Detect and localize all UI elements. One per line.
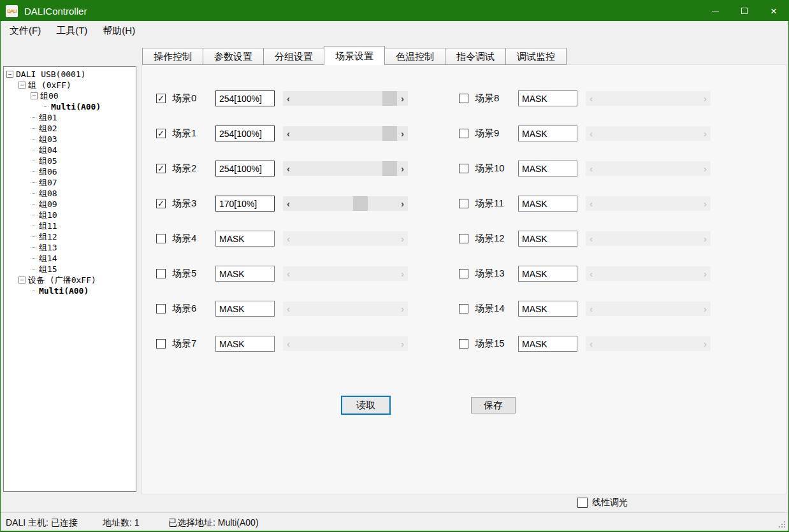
scene-value-input[interactable]	[518, 336, 577, 352]
resize-grip-icon[interactable]	[778, 520, 786, 529]
tab-command-debug[interactable]: 指令调试	[445, 48, 506, 65]
scroll-left-icon[interactable]: ‹	[283, 161, 294, 176]
scene-checkbox[interactable]	[459, 234, 468, 243]
tree-node[interactable]: 组07	[4, 177, 136, 188]
tree-node[interactable]: Multi(A00)	[4, 285, 136, 296]
scene-row: 场景6‹›	[156, 301, 409, 317]
scene-value-input[interactable]	[215, 90, 275, 106]
tree-node[interactable]: 组14	[4, 253, 136, 264]
tree-node[interactable]: 设备 (广播0xFF)	[4, 275, 136, 285]
tree-node[interactable]: 组02	[4, 123, 136, 134]
scene-checkbox[interactable]	[156, 269, 166, 278]
scene-checkbox[interactable]	[459, 164, 468, 173]
tree-node[interactable]: DALI USB(0001)	[4, 69, 136, 80]
scroll-left-icon[interactable]: ‹	[283, 91, 294, 106]
scene-value-input[interactable]	[215, 231, 275, 247]
scene-checkbox[interactable]: ✓	[156, 199, 166, 208]
scroll-right-icon[interactable]: ›	[397, 91, 408, 106]
scene-value-input[interactable]	[518, 126, 577, 141]
scene-value-input[interactable]	[518, 231, 577, 247]
tree-node[interactable]: 组15	[4, 264, 136, 275]
tree-collapse-icon[interactable]	[18, 82, 25, 89]
scene-checkbox[interactable]	[459, 94, 468, 103]
read-button[interactable]: 读取	[341, 396, 391, 415]
scene-checkbox[interactable]	[156, 339, 166, 349]
tree-node[interactable]: 组09	[4, 199, 136, 210]
tree-node[interactable]: 组10	[4, 210, 136, 220]
tree-node[interactable]: 组03	[4, 134, 136, 145]
close-button[interactable]: ×	[759, 1, 788, 21]
scene-checkbox[interactable]	[459, 304, 468, 313]
maximize-button[interactable]	[730, 1, 759, 21]
scene-checkbox[interactable]: ✓	[156, 94, 166, 103]
scene-value-input[interactable]	[215, 126, 275, 141]
menu-item-tools[interactable]: 工具(T)	[48, 21, 95, 40]
tree-connector	[43, 106, 48, 107]
scene-checkbox[interactable]: ✓	[156, 129, 166, 138]
tree-node[interactable]: 组00	[4, 90, 136, 101]
tab-color-temp-control[interactable]: 色温控制	[385, 48, 445, 65]
tree-node[interactable]: 组06	[4, 166, 136, 177]
scrollbar-thumb[interactable]	[382, 91, 397, 106]
scroll-right-icon[interactable]: ›	[397, 126, 408, 141]
tree-node[interactable]: Multi(A00)	[4, 101, 136, 112]
scene-value-input[interactable]	[518, 196, 577, 212]
tree-node[interactable]: 组08	[4, 188, 136, 199]
scene-value-input[interactable]	[518, 266, 577, 282]
scroll-right-icon[interactable]: ›	[397, 196, 408, 211]
scene-value-input[interactable]	[215, 266, 275, 282]
menu-item-file[interactable]: 文件(F)	[2, 21, 48, 40]
tree-connector	[31, 236, 36, 237]
tree-node[interactable]: 组01	[4, 112, 136, 123]
tree-collapse-icon[interactable]	[31, 92, 38, 99]
tab-operation-control[interactable]: 操作控制	[142, 48, 203, 65]
scene-value-input[interactable]	[518, 90, 577, 106]
scene-checkbox[interactable]	[459, 339, 468, 349]
scrollbar-thumb[interactable]	[353, 196, 368, 211]
scene-level-scrollbar[interactable]: ‹›	[283, 91, 408, 106]
scene-level-scrollbar[interactable]: ‹›	[283, 196, 408, 211]
scroll-left-icon[interactable]: ‹	[283, 196, 294, 211]
scroll-right-icon: ›	[700, 126, 711, 141]
linear-dimming-checkbox[interactable]	[577, 498, 588, 508]
scene-value-input[interactable]	[518, 161, 577, 176]
scene-checkbox[interactable]	[459, 199, 468, 208]
scrollbar-thumb[interactable]	[382, 126, 397, 141]
scene-value-input[interactable]	[215, 301, 275, 317]
scene-checkbox[interactable]: ✓	[156, 164, 166, 173]
scene-checkbox[interactable]	[156, 304, 166, 313]
scroll-right-icon[interactable]: ›	[397, 161, 408, 176]
scroll-left-icon[interactable]: ‹	[283, 126, 294, 141]
tab-debug-monitor[interactable]: 调试监控	[506, 48, 567, 65]
app-icon: DALI	[6, 5, 18, 17]
tree-node[interactable]: 组12	[4, 231, 136, 242]
scroll-left-icon: ‹	[586, 161, 597, 176]
scroll-left-icon: ‹	[586, 91, 597, 106]
scrollbar-thumb[interactable]	[382, 161, 397, 176]
scene-label: 场景11	[475, 198, 504, 210]
tree-node[interactable]: 组13	[4, 242, 136, 253]
scene-label: 场景7	[172, 338, 196, 350]
scroll-right-icon: ›	[700, 231, 711, 246]
scene-level-scrollbar[interactable]: ‹›	[283, 126, 408, 141]
tree-collapse-icon[interactable]	[6, 71, 13, 78]
minimize-button[interactable]	[700, 1, 730, 21]
scene-level-scrollbar[interactable]: ‹›	[283, 161, 408, 176]
tab-scene-settings[interactable]: 场景设置	[324, 46, 385, 65]
tab-parameter-settings[interactable]: 参数设置	[203, 48, 264, 65]
scene-checkbox[interactable]	[459, 269, 468, 278]
tree-node[interactable]: 组05	[4, 155, 136, 166]
scene-checkbox[interactable]	[156, 234, 166, 243]
tree-node[interactable]: 组04	[4, 145, 136, 155]
scene-value-input[interactable]	[215, 161, 275, 176]
tree-node[interactable]: 组 (0xFF)	[4, 80, 136, 90]
tab-group-settings[interactable]: 分组设置	[264, 48, 324, 65]
menu-item-help[interactable]: 帮助(H)	[95, 21, 143, 40]
tree-collapse-icon[interactable]	[18, 277, 25, 284]
save-button[interactable]: 保存	[471, 397, 516, 413]
tree-node[interactable]: 组11	[4, 220, 136, 231]
scene-checkbox[interactable]	[459, 129, 468, 138]
scene-value-input[interactable]	[215, 196, 275, 212]
scene-value-input[interactable]	[215, 336, 275, 352]
scene-value-input[interactable]	[518, 301, 577, 317]
